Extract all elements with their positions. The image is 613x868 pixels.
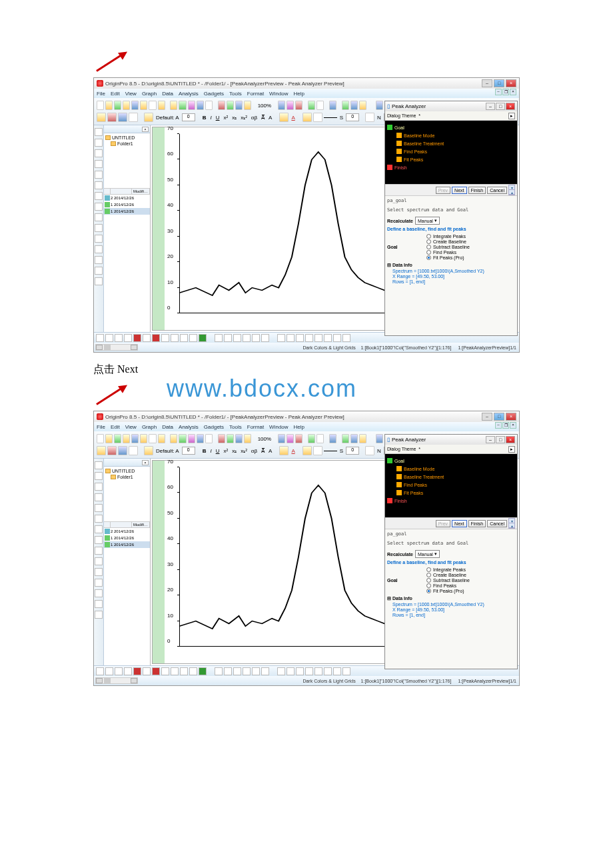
scatter-plot-icon[interactable] <box>105 667 113 675</box>
lock7-icon[interactable] <box>333 667 341 675</box>
surface-icon[interactable] <box>180 667 188 675</box>
layer-indicator[interactable] <box>153 461 165 663</box>
mdi-close[interactable]: × <box>510 89 516 95</box>
mask-icon[interactable] <box>95 256 103 264</box>
region-icon[interactable] <box>95 600 103 608</box>
menu-analysis[interactable]: Analysis <box>179 424 199 430</box>
step-goal[interactable]: Goal <box>394 125 404 130</box>
menu-view[interactable]: View <box>125 424 137 430</box>
sub-icon[interactable]: x₂ <box>231 448 238 454</box>
mask6-icon[interactable] <box>261 334 269 342</box>
draw3-icon[interactable] <box>95 192 103 200</box>
sub-icon[interactable]: x₂ <box>231 115 238 121</box>
paste-icon[interactable] <box>350 101 358 110</box>
pie-icon[interactable] <box>152 334 160 342</box>
export-icon[interactable] <box>197 434 204 443</box>
export-icon[interactable] <box>197 101 204 110</box>
cursor-icon[interactable] <box>95 245 103 253</box>
reader-icon[interactable] <box>95 568 103 576</box>
template-icon[interactable] <box>179 434 186 443</box>
stock-icon[interactable] <box>199 334 207 342</box>
layout-icon[interactable] <box>158 434 165 443</box>
alpha-icon[interactable]: αβ <box>250 115 259 121</box>
vector-icon[interactable] <box>189 667 197 675</box>
mask4-icon[interactable] <box>243 667 251 675</box>
lock3-icon[interactable] <box>296 334 304 342</box>
t-icon[interactable] <box>95 224 103 232</box>
collapse-buttons[interactable]: ▾▴ <box>508 518 515 529</box>
underline-icon[interactable]: U <box>215 448 221 454</box>
cut-icon[interactable] <box>329 101 336 110</box>
theme-icon[interactable] <box>144 446 153 455</box>
goal-fit[interactable]: Fit Peaks (Pro) <box>426 255 470 260</box>
style1-icon[interactable] <box>97 113 106 122</box>
lock3-icon[interactable] <box>296 667 304 675</box>
mask-icon[interactable] <box>95 589 103 597</box>
pa-min-button[interactable]: – <box>486 436 495 443</box>
mask4-icon[interactable] <box>243 334 251 342</box>
menu-data[interactable]: Data <box>162 424 173 430</box>
tools1-icon[interactable] <box>287 101 294 110</box>
lock-icon[interactable] <box>244 434 251 443</box>
step-fit-peaks[interactable]: Fit Peaks <box>404 491 423 495</box>
step-finish[interactable]: Finish <box>394 499 407 503</box>
pan-icon[interactable] <box>95 149 103 157</box>
lock8-icon[interactable] <box>342 667 350 675</box>
copy-icon[interactable] <box>342 101 349 110</box>
next-button[interactable]: Next <box>452 187 466 194</box>
mdi-restore[interactable]: ❐ <box>502 89 509 95</box>
pointer-icon[interactable] <box>95 461 103 469</box>
pa-close-button[interactable]: × <box>506 436 515 443</box>
line1-icon[interactable] <box>313 446 322 455</box>
pe-row[interactable]: 1 2014/12/26 <box>104 201 150 208</box>
line-style-icon[interactable] <box>324 451 337 451</box>
theme-icon[interactable] <box>144 113 153 122</box>
excel-icon[interactable] <box>114 434 121 443</box>
menu-file[interactable]: File <box>97 424 105 430</box>
alpha-icon[interactable]: αβ <box>250 448 259 454</box>
mask1-icon[interactable] <box>215 334 223 342</box>
goal-integrate[interactable]: Integrate Peaks <box>426 567 470 572</box>
matrix-icon[interactable] <box>140 434 147 443</box>
close-button[interactable]: × <box>506 79 516 87</box>
data-info-header[interactable]: ⊟ Data Info <box>387 263 515 268</box>
subsup-icon[interactable]: x₁² <box>239 115 249 121</box>
menu-help[interactable]: Help <box>294 424 305 430</box>
goal-create-baseline[interactable]: Create Baseline <box>426 573 470 577</box>
linesymbol-icon[interactable] <box>115 334 123 342</box>
recalculate-select[interactable]: Manual ▾ <box>415 217 440 225</box>
print2-icon[interactable] <box>278 101 285 110</box>
zoom-value[interactable]: 100% <box>257 103 273 109</box>
db1-icon[interactable] <box>308 434 315 443</box>
draw1-icon[interactable] <box>95 504 103 512</box>
sup-icon[interactable]: x² <box>222 448 229 454</box>
lock5-icon[interactable] <box>314 667 322 675</box>
zoom-value[interactable]: 100% <box>257 436 273 442</box>
lock6-icon[interactable] <box>324 334 332 342</box>
lock4-icon[interactable] <box>305 667 313 675</box>
draw2-icon[interactable] <box>95 515 103 523</box>
pe-root[interactable]: UNTITLED <box>105 468 149 474</box>
menu-data[interactable]: Data <box>162 91 173 97</box>
lock6-icon[interactable] <box>324 667 332 675</box>
menu-format[interactable]: Format <box>247 424 264 430</box>
open-icon[interactable] <box>105 101 113 110</box>
save-icon[interactable] <box>170 434 177 443</box>
lock5-icon[interactable] <box>314 334 322 342</box>
bar-icon[interactable] <box>133 667 141 675</box>
paste-icon[interactable] <box>350 434 358 443</box>
underline-icon[interactable]: U <box>215 115 221 121</box>
import-icon[interactable] <box>188 101 195 110</box>
menu-help[interactable]: Help <box>294 91 305 97</box>
draw1-icon[interactable] <box>95 171 103 179</box>
menu-format[interactable]: Format <box>247 91 264 97</box>
bold-icon[interactable]: B <box>201 115 208 121</box>
sel-icon[interactable] <box>95 611 103 619</box>
pa-close-button[interactable]: × <box>506 103 515 110</box>
font-size[interactable]: 0 <box>182 113 195 121</box>
pe-hscroll[interactable] <box>95 344 138 351</box>
t-icon[interactable] <box>95 557 103 565</box>
menu-view[interactable]: View <box>125 91 137 97</box>
lock7-icon[interactable] <box>333 334 341 342</box>
color1-icon[interactable] <box>279 446 289 455</box>
